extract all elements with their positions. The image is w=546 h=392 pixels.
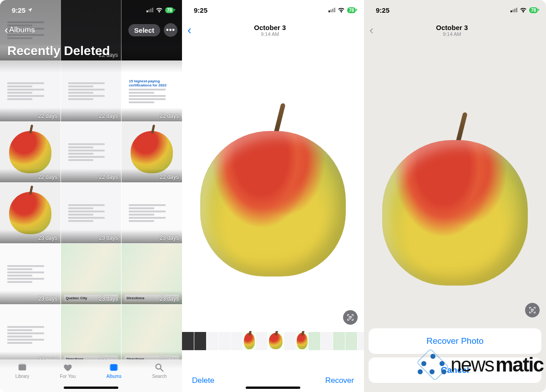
status-time: 9:25 bbox=[12, 6, 25, 14]
location-icon bbox=[27, 7, 33, 13]
days-remaining: 23 days bbox=[38, 296, 57, 302]
status-time: 9:25 bbox=[194, 6, 207, 14]
svg-rect-2 bbox=[111, 364, 117, 371]
photo-header: ‹ October 3 9:14 AM bbox=[182, 20, 364, 40]
status-bar: 9:25 78 bbox=[182, 0, 364, 20]
live-text-button[interactable] bbox=[525, 303, 540, 317]
strip-thumbnail[interactable] bbox=[308, 332, 320, 350]
tab-for-you[interactable]: For You bbox=[60, 362, 76, 379]
tab-label: Albums bbox=[106, 374, 121, 379]
strip-thumbnail[interactable] bbox=[231, 332, 243, 350]
tab-label: For You bbox=[60, 374, 76, 379]
days-remaining: 22 days bbox=[160, 113, 179, 119]
strip-thumbnail[interactable] bbox=[256, 332, 268, 350]
battery-icon: 78 bbox=[529, 7, 538, 13]
photo-thumbnail[interactable]: Directions23 days bbox=[61, 305, 121, 365]
back-button[interactable]: ‹ Albums bbox=[5, 24, 35, 36]
photo-thumbnail[interactable]: 23 days bbox=[61, 183, 121, 243]
days-remaining: 22 days bbox=[160, 174, 179, 180]
photo-thumbnail[interactable]: 22 days bbox=[121, 122, 182, 182]
thumbnail-strip[interactable] bbox=[182, 331, 364, 351]
strip-thumbnail[interactable] bbox=[207, 332, 218, 350]
signal-icon bbox=[147, 8, 153, 12]
battery-icon: 78 bbox=[347, 7, 356, 13]
days-remaining: 23 days bbox=[99, 296, 118, 302]
watermark-logo: newsmatic bbox=[417, 351, 543, 378]
strip-thumbnail[interactable] bbox=[284, 332, 296, 350]
wifi-icon bbox=[338, 7, 345, 13]
strip-thumbnail[interactable] bbox=[345, 332, 357, 350]
select-button[interactable]: Select bbox=[128, 24, 160, 36]
back-label: Albums bbox=[9, 25, 35, 35]
screen-recently-deleted: 9:25 78 ‹ Albums Select ••• Recently Del… bbox=[0, 0, 182, 392]
screen-recover-sheet: 9:25 78 ‹ October 3 9:14 AM bbox=[364, 0, 546, 392]
screen-photo-viewer: 9:25 78 ‹ October 3 9:14 AM bbox=[182, 0, 364, 392]
recover-photo-button[interactable]: Recover Photo bbox=[369, 328, 541, 354]
svg-rect-1 bbox=[20, 364, 25, 365]
photo-header: ‹ October 3 9:14 AM bbox=[364, 20, 546, 40]
svg-line-6 bbox=[161, 369, 163, 372]
more-button[interactable]: ••• bbox=[164, 23, 177, 37]
signal-icon bbox=[511, 8, 517, 12]
battery-icon: 78 bbox=[165, 7, 174, 13]
back-button[interactable]: ‹ bbox=[187, 23, 192, 37]
strip-thumbnail[interactable] bbox=[296, 332, 308, 350]
tab-label: Search bbox=[152, 374, 167, 379]
photo-thumbnail[interactable]: 23 days bbox=[0, 244, 61, 304]
days-remaining: 23 days bbox=[38, 235, 57, 241]
svg-rect-3 bbox=[110, 365, 111, 370]
status-time: 9:25 bbox=[376, 6, 389, 14]
chevron-left-icon: ‹ bbox=[5, 24, 8, 36]
strip-thumbnail[interactable] bbox=[219, 332, 231, 350]
tab-library[interactable]: Library bbox=[15, 362, 30, 379]
back-button[interactable]: ‹ bbox=[369, 23, 374, 37]
photo-thumbnail[interactable]: Directions23 days bbox=[121, 244, 182, 304]
days-remaining: 22 days bbox=[99, 174, 118, 180]
days-remaining: 22 days bbox=[38, 174, 57, 180]
home-indicator[interactable] bbox=[64, 387, 118, 389]
photo-canvas[interactable] bbox=[182, 40, 364, 331]
home-indicator[interactable] bbox=[246, 387, 300, 389]
photo-thumbnail[interactable]: 22 days bbox=[61, 122, 121, 182]
strip-thumbnail[interactable] bbox=[333, 332, 345, 350]
days-remaining: 23 days bbox=[160, 296, 179, 302]
photo-thumbnail[interactable]: Quebec City23 days bbox=[61, 244, 121, 304]
status-bar: 9:25 78 bbox=[364, 0, 546, 20]
photo-thumbnail[interactable]: 23 days bbox=[121, 183, 182, 243]
delete-button[interactable]: Delete bbox=[192, 376, 214, 385]
tab-albums[interactable]: Albums bbox=[106, 362, 121, 379]
photo-date: October 3 bbox=[436, 24, 468, 31]
apple-photo bbox=[196, 95, 350, 286]
photo-canvas bbox=[364, 40, 546, 349]
svg-rect-4 bbox=[117, 365, 118, 370]
photo-timestamp: 9:14 AM bbox=[254, 31, 286, 37]
days-remaining: 23 days bbox=[99, 235, 118, 241]
tab-label: Library bbox=[15, 374, 30, 379]
strip-thumbnail[interactable] bbox=[243, 332, 255, 350]
tab-search[interactable]: Search bbox=[152, 362, 167, 379]
strip-thumbnail[interactable] bbox=[268, 332, 283, 350]
strip-thumbnail[interactable] bbox=[182, 332, 194, 350]
photo-thumbnail[interactable]: 23 days bbox=[0, 183, 61, 243]
photo-thumbnail[interactable]: Directions23 days bbox=[121, 305, 182, 365]
live-text-button[interactable] bbox=[343, 310, 358, 325]
recover-button[interactable]: Recover bbox=[325, 376, 354, 385]
signal-icon bbox=[329, 8, 335, 12]
photo-timestamp: 9:14 AM bbox=[436, 31, 468, 37]
apple-photo bbox=[378, 104, 532, 295]
strip-thumbnail[interactable] bbox=[358, 332, 364, 350]
status-bar: 9:25 78 bbox=[0, 0, 182, 20]
days-remaining: 22 days bbox=[99, 113, 118, 119]
strip-thumbnail[interactable] bbox=[321, 332, 333, 350]
wifi-icon bbox=[156, 7, 163, 13]
wifi-icon bbox=[520, 7, 527, 13]
strip-thumbnail[interactable] bbox=[194, 332, 206, 350]
svg-rect-0 bbox=[19, 365, 26, 371]
page-title: Recently Deleted bbox=[7, 44, 110, 58]
photo-thumbnail[interactable]: 22 days bbox=[0, 122, 61, 182]
ellipsis-icon: ••• bbox=[166, 26, 175, 34]
days-remaining: 22 days bbox=[38, 113, 57, 119]
days-remaining: 23 days bbox=[160, 235, 179, 241]
photo-thumbnail[interactable]: 23 days bbox=[0, 305, 61, 365]
nav-bar: ‹ Albums Select ••• bbox=[0, 20, 182, 40]
